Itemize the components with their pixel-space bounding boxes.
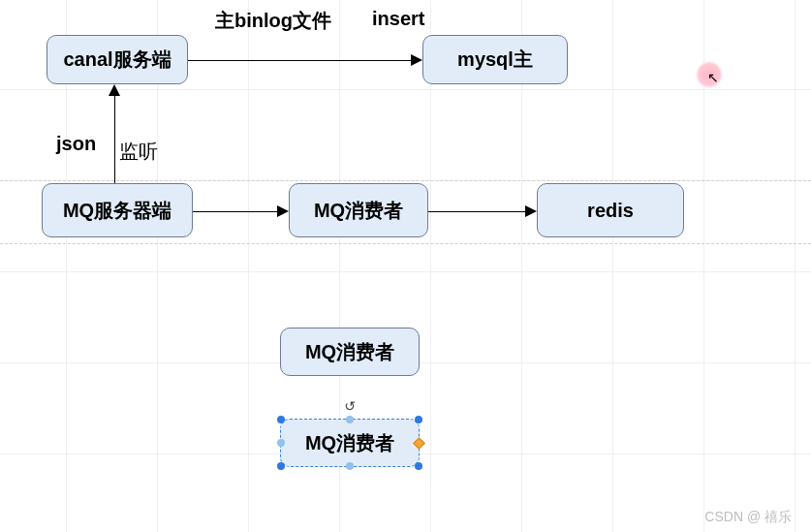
watermark: CSDN @ 禧乐 bbox=[704, 509, 792, 526]
arrow-head-right-icon bbox=[411, 54, 422, 66]
guide-line bbox=[0, 243, 811, 244]
resize-handle-s[interactable] bbox=[346, 462, 354, 470]
node-label: MQ消费者 bbox=[314, 198, 403, 224]
cursor-pointer: ↖ bbox=[707, 70, 719, 85]
rotate-handle-icon[interactable]: ↻ bbox=[344, 398, 356, 414]
arrow-head-right-icon bbox=[525, 205, 537, 217]
arrow-head-up-icon bbox=[109, 84, 120, 96]
edge-label-json: json bbox=[56, 133, 96, 155]
node-canal[interactable]: canal服务端 bbox=[47, 35, 188, 84]
resize-handle-sw[interactable] bbox=[277, 462, 285, 470]
node-label: MQ消费者 bbox=[305, 339, 394, 365]
node-label: redis bbox=[587, 200, 634, 222]
node-mq-consumer-2[interactable]: MQ消费者 bbox=[280, 328, 420, 376]
node-mq-consumer-3-selected[interactable]: MQ消费者 bbox=[280, 419, 420, 467]
edge-canal-mysql bbox=[188, 60, 411, 61]
edge-label-insert: insert bbox=[372, 8, 424, 30]
resize-handle-se[interactable] bbox=[415, 462, 422, 470]
node-label: canal服务端 bbox=[63, 47, 171, 73]
guide-line bbox=[0, 180, 811, 181]
resize-handle-w[interactable] bbox=[277, 439, 285, 447]
edge-label-listen: 监听 bbox=[119, 139, 158, 165]
edge-mqconsumer-redis bbox=[428, 211, 525, 212]
node-label: MQ消费者 bbox=[305, 430, 394, 456]
resize-handle-ne[interactable] bbox=[415, 416, 422, 423]
node-mq-server[interactable]: MQ服务器端 bbox=[42, 183, 193, 237]
connector-handle-e[interactable] bbox=[413, 437, 425, 450]
node-mq-consumer[interactable]: MQ消费者 bbox=[289, 183, 428, 237]
node-mysql[interactable]: mysql主 bbox=[422, 35, 568, 84]
node-label: mysql主 bbox=[457, 47, 533, 73]
arrow-head-right-icon bbox=[277, 205, 289, 217]
edge-label-binlog: 主binlog文件 bbox=[215, 8, 331, 34]
node-label: MQ服务器端 bbox=[63, 198, 172, 224]
resize-handle-nw[interactable] bbox=[277, 416, 285, 423]
diagram-canvas[interactable]: ↖ 主binlog文件 insert canal服务端 mysql主 json … bbox=[0, 0, 811, 532]
node-redis[interactable]: redis bbox=[537, 183, 684, 237]
resize-handle-n[interactable] bbox=[346, 416, 354, 423]
edge-mqserver-mqconsumer bbox=[193, 211, 277, 212]
edge-mqserver-canal bbox=[114, 96, 115, 183]
